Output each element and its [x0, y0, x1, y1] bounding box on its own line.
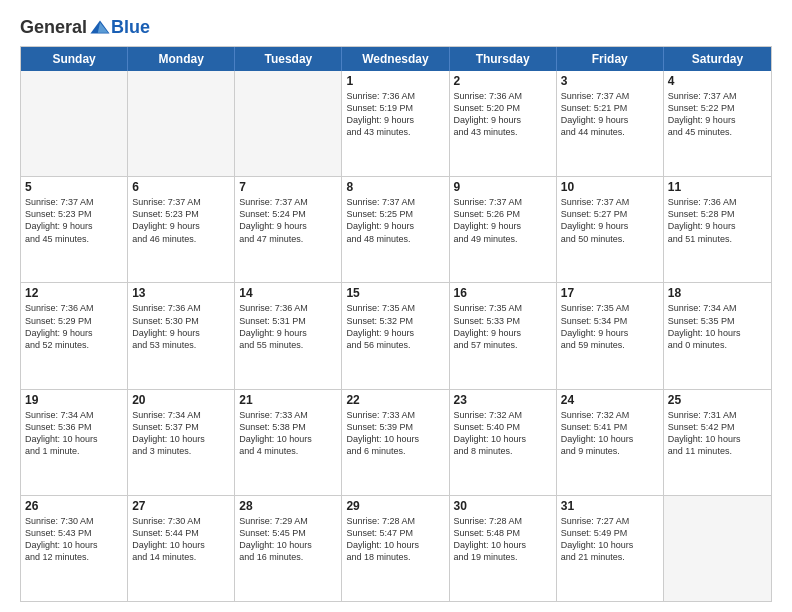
header-day-friday: Friday	[557, 47, 664, 71]
day-number: 10	[561, 180, 659, 194]
day-number: 17	[561, 286, 659, 300]
cal-cell	[664, 496, 771, 601]
day-info: Sunrise: 7:37 AM Sunset: 5:25 PM Dayligh…	[346, 196, 444, 245]
cal-cell: 24Sunrise: 7:32 AM Sunset: 5:41 PM Dayli…	[557, 390, 664, 495]
header-day-saturday: Saturday	[664, 47, 771, 71]
cal-cell: 4Sunrise: 7:37 AM Sunset: 5:22 PM Daylig…	[664, 71, 771, 176]
day-number: 30	[454, 499, 552, 513]
cal-cell: 20Sunrise: 7:34 AM Sunset: 5:37 PM Dayli…	[128, 390, 235, 495]
day-number: 22	[346, 393, 444, 407]
day-info: Sunrise: 7:28 AM Sunset: 5:48 PM Dayligh…	[454, 515, 552, 564]
logo-triangle-icon	[89, 16, 111, 38]
cal-cell: 29Sunrise: 7:28 AM Sunset: 5:47 PM Dayli…	[342, 496, 449, 601]
day-info: Sunrise: 7:30 AM Sunset: 5:43 PM Dayligh…	[25, 515, 123, 564]
day-info: Sunrise: 7:37 AM Sunset: 5:23 PM Dayligh…	[132, 196, 230, 245]
logo-text: General Blue	[20, 16, 150, 38]
day-number: 27	[132, 499, 230, 513]
header-day-monday: Monday	[128, 47, 235, 71]
day-number: 8	[346, 180, 444, 194]
day-info: Sunrise: 7:36 AM Sunset: 5:20 PM Dayligh…	[454, 90, 552, 139]
calendar: SundayMondayTuesdayWednesdayThursdayFrid…	[20, 46, 772, 602]
day-info: Sunrise: 7:32 AM Sunset: 5:41 PM Dayligh…	[561, 409, 659, 458]
day-number: 18	[668, 286, 767, 300]
cal-cell: 9Sunrise: 7:37 AM Sunset: 5:26 PM Daylig…	[450, 177, 557, 282]
day-info: Sunrise: 7:28 AM Sunset: 5:47 PM Dayligh…	[346, 515, 444, 564]
day-number: 9	[454, 180, 552, 194]
cal-cell: 28Sunrise: 7:29 AM Sunset: 5:45 PM Dayli…	[235, 496, 342, 601]
day-number: 29	[346, 499, 444, 513]
day-info: Sunrise: 7:34 AM Sunset: 5:36 PM Dayligh…	[25, 409, 123, 458]
logo-blue-label: Blue	[111, 17, 150, 38]
day-number: 1	[346, 74, 444, 88]
day-info: Sunrise: 7:36 AM Sunset: 5:28 PM Dayligh…	[668, 196, 767, 245]
cal-cell: 16Sunrise: 7:35 AM Sunset: 5:33 PM Dayli…	[450, 283, 557, 388]
cal-cell: 10Sunrise: 7:37 AM Sunset: 5:27 PM Dayli…	[557, 177, 664, 282]
day-info: Sunrise: 7:37 AM Sunset: 5:27 PM Dayligh…	[561, 196, 659, 245]
day-info: Sunrise: 7:36 AM Sunset: 5:29 PM Dayligh…	[25, 302, 123, 351]
day-number: 12	[25, 286, 123, 300]
day-number: 16	[454, 286, 552, 300]
day-info: Sunrise: 7:30 AM Sunset: 5:44 PM Dayligh…	[132, 515, 230, 564]
cal-cell: 6Sunrise: 7:37 AM Sunset: 5:23 PM Daylig…	[128, 177, 235, 282]
day-info: Sunrise: 7:33 AM Sunset: 5:38 PM Dayligh…	[239, 409, 337, 458]
day-number: 5	[25, 180, 123, 194]
day-info: Sunrise: 7:37 AM Sunset: 5:24 PM Dayligh…	[239, 196, 337, 245]
day-info: Sunrise: 7:37 AM Sunset: 5:21 PM Dayligh…	[561, 90, 659, 139]
cal-cell: 2Sunrise: 7:36 AM Sunset: 5:20 PM Daylig…	[450, 71, 557, 176]
day-info: Sunrise: 7:37 AM Sunset: 5:22 PM Dayligh…	[668, 90, 767, 139]
cal-cell: 21Sunrise: 7:33 AM Sunset: 5:38 PM Dayli…	[235, 390, 342, 495]
day-number: 26	[25, 499, 123, 513]
day-info: Sunrise: 7:37 AM Sunset: 5:23 PM Dayligh…	[25, 196, 123, 245]
day-number: 23	[454, 393, 552, 407]
day-number: 7	[239, 180, 337, 194]
day-info: Sunrise: 7:31 AM Sunset: 5:42 PM Dayligh…	[668, 409, 767, 458]
day-info: Sunrise: 7:35 AM Sunset: 5:33 PM Dayligh…	[454, 302, 552, 351]
day-number: 4	[668, 74, 767, 88]
cal-cell: 11Sunrise: 7:36 AM Sunset: 5:28 PM Dayli…	[664, 177, 771, 282]
day-info: Sunrise: 7:29 AM Sunset: 5:45 PM Dayligh…	[239, 515, 337, 564]
header-day-tuesday: Tuesday	[235, 47, 342, 71]
header-day-wednesday: Wednesday	[342, 47, 449, 71]
cal-cell: 27Sunrise: 7:30 AM Sunset: 5:44 PM Dayli…	[128, 496, 235, 601]
day-number: 21	[239, 393, 337, 407]
cal-cell: 1Sunrise: 7:36 AM Sunset: 5:19 PM Daylig…	[342, 71, 449, 176]
cal-cell: 5Sunrise: 7:37 AM Sunset: 5:23 PM Daylig…	[21, 177, 128, 282]
cal-week-5: 26Sunrise: 7:30 AM Sunset: 5:43 PM Dayli…	[21, 495, 771, 601]
logo: General Blue	[20, 16, 150, 38]
day-number: 25	[668, 393, 767, 407]
day-number: 13	[132, 286, 230, 300]
day-info: Sunrise: 7:35 AM Sunset: 5:34 PM Dayligh…	[561, 302, 659, 351]
cal-cell: 14Sunrise: 7:36 AM Sunset: 5:31 PM Dayli…	[235, 283, 342, 388]
day-info: Sunrise: 7:34 AM Sunset: 5:37 PM Dayligh…	[132, 409, 230, 458]
cal-cell: 30Sunrise: 7:28 AM Sunset: 5:48 PM Dayli…	[450, 496, 557, 601]
cal-cell: 19Sunrise: 7:34 AM Sunset: 5:36 PM Dayli…	[21, 390, 128, 495]
day-info: Sunrise: 7:27 AM Sunset: 5:49 PM Dayligh…	[561, 515, 659, 564]
cal-cell: 15Sunrise: 7:35 AM Sunset: 5:32 PM Dayli…	[342, 283, 449, 388]
cal-cell: 8Sunrise: 7:37 AM Sunset: 5:25 PM Daylig…	[342, 177, 449, 282]
cal-cell: 23Sunrise: 7:32 AM Sunset: 5:40 PM Dayli…	[450, 390, 557, 495]
cal-week-2: 5Sunrise: 7:37 AM Sunset: 5:23 PM Daylig…	[21, 176, 771, 282]
calendar-body: 1Sunrise: 7:36 AM Sunset: 5:19 PM Daylig…	[21, 71, 771, 601]
logo-general-label: General	[20, 17, 87, 38]
cal-cell: 25Sunrise: 7:31 AM Sunset: 5:42 PM Dayli…	[664, 390, 771, 495]
cal-cell: 17Sunrise: 7:35 AM Sunset: 5:34 PM Dayli…	[557, 283, 664, 388]
cal-cell	[21, 71, 128, 176]
header-day-sunday: Sunday	[21, 47, 128, 71]
cal-cell: 3Sunrise: 7:37 AM Sunset: 5:21 PM Daylig…	[557, 71, 664, 176]
day-info: Sunrise: 7:32 AM Sunset: 5:40 PM Dayligh…	[454, 409, 552, 458]
day-info: Sunrise: 7:36 AM Sunset: 5:19 PM Dayligh…	[346, 90, 444, 139]
header-day-thursday: Thursday	[450, 47, 557, 71]
day-number: 3	[561, 74, 659, 88]
cal-cell	[235, 71, 342, 176]
day-info: Sunrise: 7:36 AM Sunset: 5:31 PM Dayligh…	[239, 302, 337, 351]
cal-cell	[128, 71, 235, 176]
day-info: Sunrise: 7:33 AM Sunset: 5:39 PM Dayligh…	[346, 409, 444, 458]
day-number: 11	[668, 180, 767, 194]
cal-week-4: 19Sunrise: 7:34 AM Sunset: 5:36 PM Dayli…	[21, 389, 771, 495]
day-number: 6	[132, 180, 230, 194]
cal-cell: 13Sunrise: 7:36 AM Sunset: 5:30 PM Dayli…	[128, 283, 235, 388]
cal-week-3: 12Sunrise: 7:36 AM Sunset: 5:29 PM Dayli…	[21, 282, 771, 388]
day-info: Sunrise: 7:36 AM Sunset: 5:30 PM Dayligh…	[132, 302, 230, 351]
cal-cell: 7Sunrise: 7:37 AM Sunset: 5:24 PM Daylig…	[235, 177, 342, 282]
day-info: Sunrise: 7:35 AM Sunset: 5:32 PM Dayligh…	[346, 302, 444, 351]
